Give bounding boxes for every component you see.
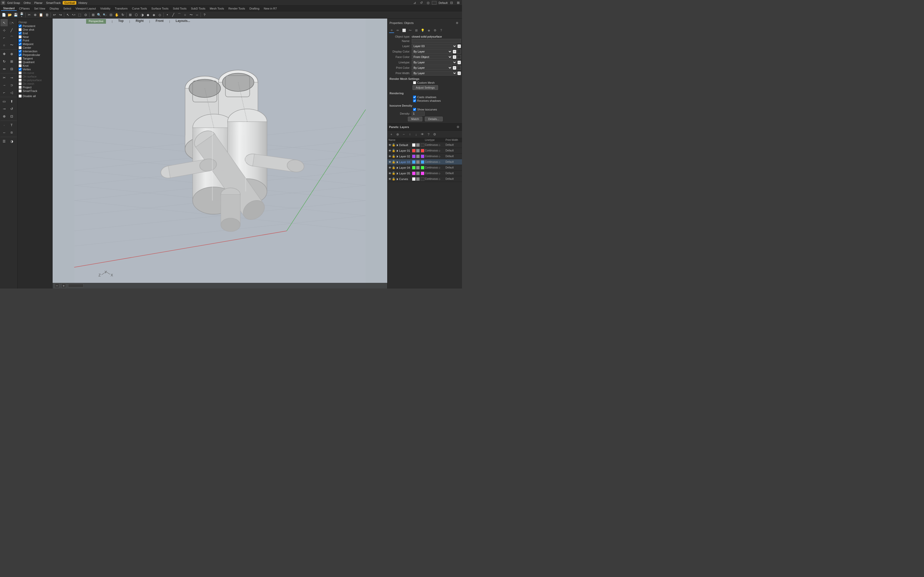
- prop-adjust-settings-btn[interactable]: Adjust Settings: [412, 85, 438, 90]
- layer-lock-icon-05[interactable]: 🔓: [392, 172, 396, 175]
- viewport-canvas[interactable]: Z Y X: [53, 19, 387, 288]
- vp-zoom-out-btn[interactable]: −: [55, 283, 59, 288]
- prop-display-color-arrow[interactable]: ▼: [453, 50, 456, 53]
- layer-visible-icon-03[interactable]: 👁: [389, 161, 391, 164]
- prop-match-btn[interactable]: Match: [408, 117, 422, 121]
- prop-face-color-swatch[interactable]: [457, 55, 461, 59]
- layer-lock-icon-04[interactable]: 🔓: [392, 166, 396, 169]
- lt-trim-btn[interactable]: ✂: [0, 74, 8, 81]
- tb-shade[interactable]: ◑: [139, 12, 145, 18]
- lt-rotate-btn[interactable]: ↻: [0, 58, 8, 65]
- snap-on-surface[interactable]: On surface: [19, 75, 51, 78]
- lt-extend-btn[interactable]: →: [0, 81, 8, 89]
- layer-material-01[interactable]: [416, 149, 420, 153]
- lt-mirror-btn[interactable]: ⇔: [0, 65, 8, 73]
- prop-receives-shadows-check[interactable]: [413, 99, 416, 102]
- properties-gear-icon[interactable]: ⚙: [454, 20, 460, 26]
- layer-row-03[interactable]: 👁 🔓 ◑ Layer 03 Continuous ◇ Default: [388, 159, 462, 165]
- layer-printcolor-default[interactable]: [421, 143, 424, 147]
- tab-viewport-layout[interactable]: Viewport Layout: [73, 6, 98, 11]
- record-icon[interactable]: ◎: [425, 0, 431, 6]
- tb-select-all[interactable]: ↖+: [71, 12, 77, 18]
- snap-near[interactable]: Near: [19, 35, 51, 39]
- layer-visible-icon-01[interactable]: 👁: [389, 149, 391, 152]
- snap-on-polysurface-check[interactable]: [19, 79, 22, 82]
- snap-vertex-check[interactable]: [19, 68, 22, 71]
- prop-display-color-swatch[interactable]: [457, 50, 461, 53]
- prop-face-color-arrow[interactable]: ▼: [453, 55, 456, 59]
- smarttrack-btn[interactable]: SmartTrack: [45, 1, 62, 5]
- tab-transform[interactable]: Transform: [113, 6, 130, 11]
- layer-add-sublayer-btn[interactable]: ⊕: [395, 131, 401, 137]
- snap-point[interactable]: Point: [19, 39, 51, 42]
- tb-zoom-out[interactable]: 🔍-: [102, 12, 108, 18]
- snap-near-check[interactable]: [19, 35, 22, 39]
- tb-zoom-in[interactable]: 🔍: [96, 12, 102, 18]
- prop-print-color-arrow[interactable]: ▼: [453, 66, 456, 70]
- prop-tab-texture[interactable]: ◈: [426, 28, 431, 33]
- snap-knot-check[interactable]: [19, 64, 22, 67]
- lt-arc-btn[interactable]: ⌒: [8, 34, 15, 41]
- layer-delete-btn[interactable]: −: [401, 131, 407, 137]
- vp-tab-right[interactable]: Right: [136, 19, 144, 24]
- tab-new-in-r7[interactable]: New in R7: [262, 6, 279, 11]
- gumball-btn[interactable]: Gumball: [63, 1, 76, 5]
- lt-select-box-btn[interactable]: ⬚↖: [8, 19, 15, 26]
- lt-move-btn[interactable]: ✥: [0, 50, 8, 58]
- viewport-area[interactable]: Perspective | Top | Right | Front | Layo…: [53, 19, 387, 288]
- layer-move-down-btn[interactable]: ↓: [413, 131, 419, 137]
- snap-on-surface-check[interactable]: [19, 75, 22, 78]
- tab-select[interactable]: Select: [61, 6, 73, 11]
- layer-material-02[interactable]: [416, 155, 420, 158]
- snap-end-check[interactable]: [19, 32, 22, 35]
- tab-mesh-tools[interactable]: Mesh Tools: [208, 6, 226, 11]
- snap-on-curve[interactable]: On curve: [19, 71, 51, 75]
- layer-render-icon-05[interactable]: ◑: [396, 172, 398, 175]
- snap-smarttrack-check[interactable]: [19, 89, 22, 92]
- layer-color-04[interactable]: [412, 166, 415, 169]
- prop-tab-curve[interactable]: 〜: [408, 28, 413, 33]
- lt-select-btn[interactable]: ↖: [0, 19, 8, 26]
- snap-perpendicular-check[interactable]: [19, 53, 22, 56]
- snap-midpoint[interactable]: Midpoint: [19, 42, 51, 46]
- tb-render[interactable]: ◆: [145, 12, 151, 18]
- tab-drafting[interactable]: Drafting: [247, 6, 262, 11]
- tb-dim[interactable]: ↔: [194, 12, 200, 18]
- layer-material-04[interactable]: [416, 166, 420, 169]
- tab-visibility[interactable]: Visibility: [98, 6, 113, 11]
- snap-smarttrack[interactable]: SmartTrack: [19, 89, 51, 93]
- layer-printcolor-05[interactable]: [421, 172, 424, 175]
- tab-standard[interactable]: Standard: [1, 6, 17, 11]
- prop-linetype-select[interactable]: By Layer Continuous: [412, 60, 457, 64]
- tb-paste[interactable]: 📋: [38, 12, 44, 18]
- tb-wire[interactable]: ⬡: [133, 12, 139, 18]
- lt-layer-btn[interactable]: ☰: [0, 137, 8, 145]
- layer-color-02[interactable]: [412, 155, 415, 158]
- layer-row-01[interactable]: 👁 🔓 ◑ Layer 01 Continuous ◇ Default: [388, 148, 462, 153]
- tb-rotate-view[interactable]: ↻: [120, 12, 126, 18]
- grid-snap-btn[interactable]: Grid Snap: [6, 1, 22, 5]
- lt-revolve-btn[interactable]: ↺: [8, 105, 15, 112]
- layer-render-icon-01[interactable]: ◑: [396, 150, 398, 152]
- layer-move-up-btn[interactable]: ↑: [407, 131, 413, 137]
- layer-visible-icon-04[interactable]: 👁: [389, 166, 391, 169]
- tb-zoom-extents[interactable]: ⊞: [90, 12, 96, 18]
- tab-cplanes[interactable]: CPlanes: [17, 6, 32, 11]
- layer-row-04[interactable]: 👁 🔓 ◑ Layer 04 Continuous ◇ Default: [388, 165, 462, 171]
- lt-line-btn[interactable]: ╱: [8, 27, 15, 34]
- tb-ghosted[interactable]: ◇: [157, 12, 163, 18]
- lt-split-btn[interactable]: ⊸: [8, 74, 15, 81]
- snap-end[interactable]: End: [19, 31, 51, 35]
- prop-print-width-arrow[interactable]: ▼: [457, 71, 461, 75]
- tb-pan[interactable]: ✋: [114, 12, 120, 18]
- layer-render-icon-04[interactable]: ◑: [396, 166, 398, 169]
- snap-intersection[interactable]: Intersection: [19, 50, 51, 53]
- layer-row-05[interactable]: 👁 🔓 ◑ Layer 05 Continuous ◇ Default: [388, 171, 462, 176]
- layer-printcolor-02[interactable]: [421, 155, 424, 158]
- lt-circle-btn[interactable]: ○: [0, 42, 8, 49]
- prop-tab-material[interactable]: ✏: [395, 28, 401, 33]
- lt-array-btn[interactable]: ⊟: [8, 65, 15, 73]
- lt-hatch-btn[interactable]: ⧈: [8, 129, 15, 136]
- lt-extrude-btn[interactable]: ⬆: [8, 98, 15, 105]
- vp-tab-layouts[interactable]: Layouts...: [176, 19, 190, 24]
